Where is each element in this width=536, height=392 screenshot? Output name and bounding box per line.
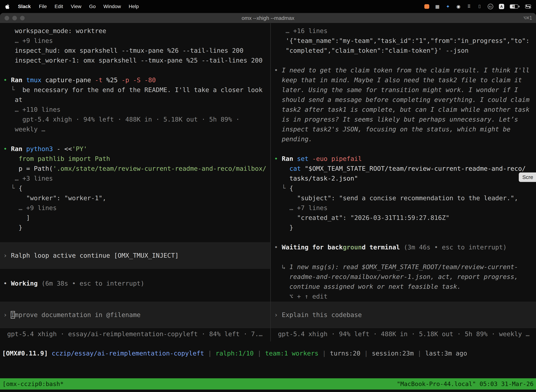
prompt-input-right[interactable]: › Explain this codebase [271,302,536,328]
terminal-text: inspect_hud: omx sparkshell --tmux-pane … [3,47,243,54]
prompt-input-right: › Explain this codebase [271,310,536,320]
terminal-text: { [19,185,23,192]
battery-icon[interactable]: 61 [510,4,519,9]
terminal-window: omx --xhigh --madmax ⌥⌘1 workspace_mode:… [0,13,536,392]
terminal-line: └ { [0,183,270,193]
battery-percent-ring[interactable]: 61 [488,4,493,9]
menu-go[interactable]: Go [89,4,96,9]
terminal-text: Explain this codebase [282,311,362,318]
terminal-text: -t [95,76,102,84]
menu-edit[interactable]: Edit [54,4,63,9]
terminal-text: -p -S -80 [121,76,156,84]
prompt-input-left[interactable]: › Improve documentation in @filename [0,302,270,328]
terminal-line [0,65,270,75]
terminal-text: } [3,224,22,231]
terminal-line: } [271,223,536,233]
terminal-text: gpt-5.4 xhigh · 94% left · 488K in · 5.1… [274,330,530,338]
left-pane: workspace_mode: worktree … +9 lines insp… [0,23,270,341]
status-segment: turns:20 [330,350,360,357]
terminal-line [0,233,270,242]
terminal-text: capture-pane [42,76,95,84]
terminal-text [274,165,289,172]
screen: { "palette": { "accent_green": "#3fb950"… [0,0,536,392]
terminal-line: gpt-5.4 xhigh · 94% left · 488K in · 5.1… [0,115,270,124]
terminal-line: ↳ 1 new msg(s): read $OMX_TEAM_STATE_ROO… [271,262,536,272]
terminal-text: Ran [282,155,293,162]
terminal-text: … +110 lines [3,106,61,113]
terminal-text: I need to get the claim token from the c… [282,67,530,74]
terminal-line: "subject": "send a concise recommendatio… [271,193,536,203]
zoom-button[interactable] [20,16,25,20]
menu-file[interactable]: File [39,4,47,9]
terminal-line: workspace_mode: worktree [0,26,270,36]
terminal-text: └ [3,86,22,93]
menu-bar: Slack FileEditViewGoWindowHelp ▦✦◉⠿⌷61A6… [0,0,536,13]
terminal-text: p = Path( [3,165,53,172]
apple-menu-icon[interactable] [5,4,10,9]
terminal-text: Working [11,280,38,287]
terminal-text: d terminal [362,244,400,251]
screen-recording-icon[interactable] [424,4,429,9]
terminal-text: • [274,244,282,251]
terminal-line: … +9 lines [0,36,270,46]
terminal-text: keep that in mind. Maybe I also need the… [274,76,522,84]
app-grid-icon[interactable]: ⠿ [467,4,471,9]
prompt-input-left: › Improve documentation in @filename [0,310,270,320]
terminal-line [271,252,536,262]
terminal-text: mprove documentation in @filename [15,311,140,318]
terminal-text: weekly … [3,126,45,133]
terminal-line: is in progress? It seems likely but perh… [271,115,536,124]
active-app-name[interactable]: Slack [18,4,31,9]
terminal-text: '.omx/state/team/review-current-readme-a… [53,165,266,172]
spark-app-icon[interactable]: ✦ [445,4,450,9]
terminal-text: … +16 lines [274,27,327,34]
terminal-line: "created_at": "2026-03-31T11:59:27.816Z" [271,213,536,223]
tmux-panes: workspace_mode: worktree … +9 lines insp… [0,23,536,341]
traffic-lights [5,16,25,20]
terminal-text: tmux [26,76,42,84]
input-source-icon[interactable]: A [499,4,504,9]
terminal-text: from pathlib import Path [3,155,110,162]
status-segment: ralph:1/10 [215,350,254,357]
close-button[interactable] [5,16,9,20]
terminal-text: • [274,67,282,74]
menu-window[interactable]: Window [103,4,121,9]
terminal-line: readme-and-reco/mailbox/worker-1.json, a… [271,272,536,282]
terminal-text: 1 new msg(s): read $OMX_TEAM_STATE_ROOT/… [289,263,518,271]
terminal-text: %25 [103,76,121,84]
status-segment: last:3m ago [425,350,467,357]
menu-view[interactable]: View [71,4,81,9]
tmux-session-label: [omx-cczip0:bash* [2,380,64,387]
terminal-text: └ [274,185,289,192]
terminal-text: "$OMX_TEAM_STATE_ROOT/team/review-curren… [301,165,526,172]
stage-manager-icon[interactable]: ⌷ [477,4,482,9]
terminal-text: "worker": "worker-1", [3,194,106,202]
terminal-text: … +3 lines [3,175,53,182]
terminal-text: set [297,155,308,162]
menu-bar-left: Slack FileEditViewGoWindowHelp [5,4,139,9]
terminal-text: cat [289,165,301,172]
terminal-line [271,144,536,154]
status-segment: session:23m [372,350,414,357]
terminal-line: … +9 lines [0,203,270,213]
menu-help[interactable]: Help [129,4,139,9]
terminal-line: keep that in mind. Maybe I also need the… [271,75,536,85]
terminal-line: cat "$OMX_TEAM_STATE_ROOT/team/review-cu… [271,164,536,173]
terminal-line: later. Using the same for transition mig… [271,85,536,95]
status-segment: | [254,350,265,357]
terminal-line: • Ran tmux capture-pane -t %25 -p -S -80 [0,75,270,85]
terminal-text: I [11,311,15,318]
minimize-button[interactable] [12,16,17,20]
terminal-text: "created_at": "2026-03-31T11:59:27.816Z" [274,214,450,221]
terminal-text: • [274,155,282,162]
control-center-icon[interactable] [525,4,531,9]
terminal-line [271,233,536,242]
terminal-line: • Waiting for background terminal (3m 46… [271,242,536,252]
terminal-text: later. Using the same for transition mig… [274,86,518,93]
window-manager-icon[interactable]: ▦ [435,4,440,9]
terminal-line: inspect_worker-1: omx sparkshell --tmux-… [0,56,270,65]
camera-app-icon[interactable]: ◉ [456,4,461,9]
terminal-line: • I need to get the claim token from the… [271,65,536,75]
terminal-line [0,269,270,279]
terminal-line: continue assigned work or next feasible … [271,282,536,292]
